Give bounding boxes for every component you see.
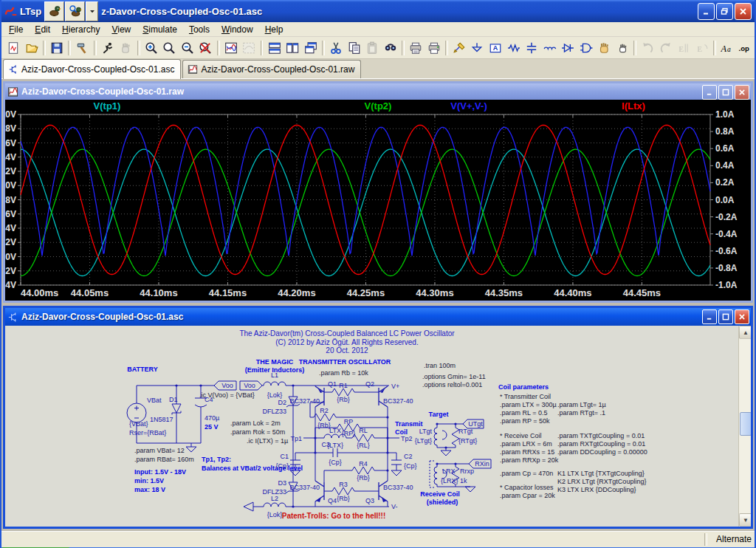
scroll-down-button[interactable]: ▼	[739, 513, 751, 527]
menu-window[interactable]: Window	[216, 23, 259, 36]
waveform-pane[interactable]: 20V18V16V14V12V10V8V6V4V2V0V-2V-4V1.0A0.…	[5, 100, 751, 301]
y-right-tick-label[interactable]: 0.0A	[715, 195, 735, 205]
zoom-full-button[interactable]	[196, 38, 215, 58]
resistor-button[interactable]	[504, 38, 523, 58]
print-button[interactable]	[425, 38, 443, 58]
open-button[interactable]	[23, 38, 41, 58]
drag-button[interactable]	[613, 38, 631, 58]
find-button[interactable]	[381, 38, 399, 58]
x-tick-label[interactable]: 44.35ms	[485, 287, 523, 298]
wave-minimize-button[interactable]	[702, 85, 717, 100]
menu-simulate[interactable]: Simulate	[137, 23, 183, 36]
y-left-tick-label[interactable]: 18V	[5, 123, 16, 134]
tile-horizontal-button[interactable]	[265, 38, 284, 58]
menu-view[interactable]: View	[106, 23, 137, 36]
waveform-plot[interactable]: 20V18V16V14V12V10V8V6V4V2V0V-2V-4V1.0A0.…	[5, 100, 751, 300]
tab-Aziz-Davor-Cross-Coupled-Osc-01.raw[interactable]: Aziz-Davor-Cross-Coupled-Osc-01.raw	[182, 60, 361, 78]
run-button[interactable]	[99, 38, 117, 58]
close-button[interactable]	[735, 3, 752, 20]
trace-label-V(V+,V-)[interactable]: V(V+,V-)	[450, 100, 487, 112]
capacitor-button[interactable]	[523, 38, 541, 58]
y-left-tick-label[interactable]: 2V	[5, 237, 16, 247]
ground-button[interactable]	[468, 38, 487, 58]
y-left-tick-label[interactable]: 6V	[5, 209, 16, 219]
schematic-window-titlebar[interactable]: Aziz-Davor-Cross-Coupled-Osc-01.asc	[5, 308, 751, 326]
tile-vertical-button[interactable]	[284, 38, 302, 58]
x-tick-label[interactable]: 44.40ms	[554, 287, 591, 298]
y-right-tick-label[interactable]: 0.6A	[715, 143, 735, 154]
minimize-button[interactable]	[698, 3, 715, 20]
cascade-windows-button[interactable]	[301, 38, 320, 58]
menu-file[interactable]: File	[3, 23, 29, 36]
y-right-tick-label[interactable]: 0.2A	[715, 177, 735, 188]
x-tick-label[interactable]: 44.25ms	[347, 287, 385, 298]
wave-close-button[interactable]	[735, 85, 749, 100]
trace-label-I(Ltx)[interactable]: I(Ltx)	[622, 100, 645, 112]
y-left-tick-label[interactable]: 20V	[5, 109, 16, 120]
trace-label-V(tp1)[interactable]: V(tp1)	[94, 100, 121, 112]
tab-Aziz-Davor-Cross-Coupled-Osc-01.asc[interactable]: Aziz-Davor-Cross-Coupled-Osc-01.asc	[3, 59, 181, 79]
x-tick-label[interactable]: 44.00ms	[21, 287, 58, 298]
wave-maximize-button[interactable]	[718, 85, 733, 100]
zoom-area-button[interactable]	[160, 38, 179, 58]
duck-button[interactable]	[44, 1, 64, 21]
x-tick-label[interactable]: 44.30ms	[416, 287, 453, 298]
diode-button[interactable]	[559, 38, 577, 58]
copy-button[interactable]	[345, 38, 363, 58]
trace-label-V(tp2)[interactable]: V(tp2)	[365, 100, 392, 112]
duck-search-button[interactable]	[65, 1, 85, 21]
y-right-tick-label[interactable]: -0.4A	[715, 229, 738, 239]
scroll-thumb[interactable]	[740, 412, 751, 436]
x-tick-label[interactable]: 44.20ms	[278, 287, 315, 298]
dropdown-arrow-button[interactable]	[86, 1, 98, 21]
y-left-tick-label[interactable]: -2V	[5, 266, 16, 276]
zoom-in-button[interactable]	[142, 38, 161, 58]
schematic-vscrollbar[interactable]: ▲ ▼	[738, 326, 751, 527]
y-right-tick-label[interactable]: -1.0A	[715, 280, 738, 290]
scroll-up-button[interactable]: ▲	[739, 326, 751, 339]
restore-button[interactable]	[716, 3, 733, 20]
save-button[interactable]	[48, 38, 66, 58]
menu-hierarchy[interactable]: Hierarchy	[56, 23, 106, 36]
x-tick-label[interactable]: 44.15ms	[209, 287, 247, 298]
y-left-tick-label[interactable]: 14V	[5, 152, 16, 162]
move-button[interactable]	[595, 38, 614, 58]
sch-minimize-button[interactable]	[702, 309, 717, 324]
autorange-y-button[interactable]	[222, 38, 241, 58]
new-schematic-button[interactable]	[4, 38, 23, 58]
title-bar[interactable]: LTsp z-Davor-Cross-Coupled-Osc-01.asc	[1, 0, 755, 22]
y-left-tick-label[interactable]: 4V	[5, 223, 16, 233]
y-left-tick-label[interactable]: 10V	[5, 180, 16, 191]
y-right-tick-label[interactable]: -0.6A	[715, 246, 738, 256]
y-left-tick-label[interactable]: -4V	[5, 280, 16, 290]
waveform-window-titlebar[interactable]: Aziz-Davor-Cross-Coupled-Osc-01.raw	[5, 83, 751, 100]
component-button[interactable]	[577, 38, 595, 58]
y-right-tick-label[interactable]: -0.2A	[715, 212, 738, 222]
schematic-canvas[interactable]: The Aziz-Davor(tm) Cross-Coupled Balance…	[5, 326, 751, 527]
x-tick-label[interactable]: 44.10ms	[140, 287, 177, 298]
sch-maximize-button[interactable]	[718, 309, 733, 324]
wire-button[interactable]	[450, 38, 469, 58]
cut-button[interactable]	[327, 38, 346, 58]
x-tick-label[interactable]: 44.45ms	[623, 287, 661, 298]
text-tool-button[interactable]: Aa	[718, 38, 737, 58]
net-label-button[interactable]: A	[487, 38, 505, 58]
print-preview-button[interactable]	[407, 38, 425, 58]
y-left-tick-label[interactable]: 8V	[5, 195, 16, 205]
sch-close-button[interactable]	[735, 309, 749, 324]
control-panel-button[interactable]	[73, 38, 92, 58]
y-right-tick-label[interactable]: 1.0A	[715, 109, 735, 120]
menu-edit[interactable]: Edit	[29, 23, 56, 36]
inductor-button[interactable]	[540, 38, 559, 58]
menu-tools[interactable]: Tools	[183, 23, 216, 36]
y-left-tick-label[interactable]: 12V	[5, 166, 16, 177]
y-left-tick-label[interactable]: 16V	[5, 138, 16, 148]
y-right-tick-label[interactable]: -0.8A	[715, 263, 738, 273]
y-right-tick-label[interactable]: 0.4A	[715, 160, 735, 171]
spice-directive-button[interactable]: .op	[736, 38, 755, 58]
y-right-tick-label[interactable]: 0.8A	[715, 126, 735, 137]
zoom-out-button[interactable]	[179, 38, 197, 58]
y-left-tick-label[interactable]: 0V	[5, 252, 16, 262]
x-tick-label[interactable]: 44.05ms	[71, 287, 109, 298]
menu-help[interactable]: Help	[259, 23, 289, 36]
